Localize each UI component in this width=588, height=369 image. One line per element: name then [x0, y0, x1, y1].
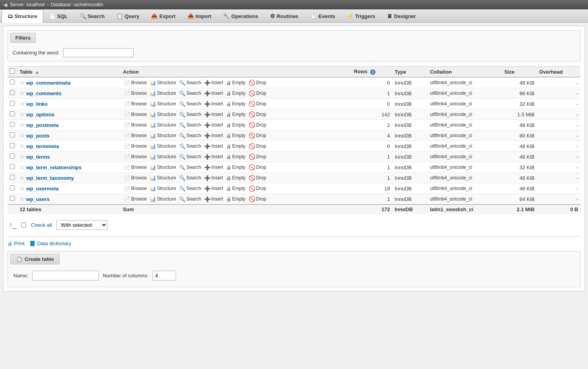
structure-link[interactable]: 📊 Structure	[149, 175, 177, 181]
table-name-link[interactable]: wp_users	[26, 196, 50, 202]
insert-link[interactable]: ➕ Insert	[203, 164, 224, 171]
search-link[interactable]: 🔍 Search	[178, 196, 202, 203]
structure-link[interactable]: 📊 Structure	[149, 122, 177, 128]
insert-link[interactable]: ➕ Insert	[203, 154, 224, 160]
drop-link[interactable]: 🚫 Drop	[247, 185, 267, 192]
back-button[interactable]: ◀	[3, 2, 7, 8]
insert-link[interactable]: ➕ Insert	[203, 132, 224, 139]
browse-link[interactable]: 📄 Browse	[123, 132, 148, 139]
table-name-link[interactable]: wp_posts	[26, 133, 50, 139]
search-link[interactable]: 🔍 Search	[178, 154, 202, 160]
table-name-link[interactable]: wp_term_relationships	[26, 165, 82, 170]
structure-link[interactable]: 📊 Structure	[149, 132, 177, 139]
check-all-label[interactable]: Check all	[31, 222, 52, 228]
drop-link[interactable]: 🚫 Drop	[247, 164, 267, 171]
row-checkbox[interactable]	[10, 122, 15, 127]
drop-link[interactable]: 🚫 Drop	[247, 143, 267, 150]
with-selected-dropdown[interactable]: With selected:	[56, 220, 107, 230]
insert-link[interactable]: ➕ Insert	[203, 80, 224, 86]
insert-link[interactable]: ➕ Insert	[203, 122, 224, 128]
row-checkbox[interactable]	[10, 111, 15, 116]
favorite-icon[interactable]: ☆	[20, 174, 25, 181]
tab-triggers[interactable]: ⚡ Triggers	[341, 9, 381, 22]
empty-link[interactable]: 🖨 Empty	[225, 101, 247, 107]
structure-link[interactable]: 📊 Structure	[149, 143, 177, 150]
search-link[interactable]: 🔍 Search	[178, 132, 202, 139]
tab-designer[interactable]: 🖥 Designer	[381, 9, 422, 22]
table-name-link[interactable]: wp_options	[26, 112, 54, 118]
browse-link[interactable]: 📄 Browse	[123, 80, 148, 86]
empty-link[interactable]: 🖨 Empty	[225, 175, 247, 181]
table-name-link[interactable]: wp_comments	[26, 90, 62, 96]
insert-link[interactable]: ➕ Insert	[203, 111, 224, 118]
browse-link[interactable]: 📄 Browse	[123, 90, 148, 97]
drop-link[interactable]: 🚫 Drop	[247, 195, 267, 203]
search-link[interactable]: 🔍 Search	[178, 143, 202, 150]
table-name-input[interactable]	[32, 271, 99, 280]
drop-link[interactable]: 🚫 Drop	[247, 121, 267, 128]
browse-link[interactable]: 📄 Browse	[123, 185, 148, 192]
drop-link[interactable]: 🚫 Drop	[247, 100, 267, 107]
table-name-link[interactable]: wp_commentmeta	[26, 80, 71, 86]
structure-link[interactable]: 📊 Structure	[149, 196, 177, 203]
table-name-link[interactable]: wp_links	[26, 101, 48, 107]
search-link[interactable]: 🔍 Search	[178, 164, 202, 171]
search-link[interactable]: 🔍 Search	[178, 90, 202, 97]
favorite-icon[interactable]: ☆	[20, 185, 25, 192]
favorite-icon[interactable]: ☆	[20, 79, 25, 86]
data-dictionary-link[interactable]: 📘 Data dictionary	[29, 241, 71, 246]
row-checkbox[interactable]	[10, 143, 15, 148]
row-checkbox[interactable]	[10, 185, 15, 190]
search-link[interactable]: 🔍 Search	[178, 175, 202, 181]
row-checkbox[interactable]	[10, 164, 15, 169]
scroll-top-icon[interactable]: ↑_	[9, 221, 16, 229]
empty-link[interactable]: 🖨 Empty	[225, 143, 247, 150]
drop-link[interactable]: 🚫 Drop	[247, 90, 267, 97]
tab-events[interactable]: 🕐 Events	[304, 9, 341, 22]
insert-link[interactable]: ➕ Insert	[203, 185, 224, 192]
insert-link[interactable]: ➕ Insert	[203, 143, 224, 150]
table-header-name[interactable]: Table ▲	[17, 67, 120, 78]
empty-link[interactable]: 🖨 Empty	[225, 111, 247, 118]
tab-operations[interactable]: 🔧 Operations	[217, 9, 264, 22]
print-link[interactable]: 🖨 Print	[7, 241, 25, 246]
table-name-link[interactable]: wp_terms	[26, 154, 50, 160]
tab-search[interactable]: 🔍 Search	[74, 9, 111, 22]
browse-link[interactable]: 📄 Browse	[123, 122, 148, 128]
favorite-icon[interactable]: ☆	[20, 100, 25, 107]
empty-link[interactable]: 🖨 Empty	[225, 154, 247, 160]
structure-link[interactable]: 📊 Structure	[149, 111, 177, 118]
favorite-icon[interactable]: ☆	[20, 153, 25, 160]
browse-link[interactable]: 📄 Browse	[123, 143, 148, 150]
empty-link[interactable]: 🖨 Empty	[225, 90, 247, 97]
favorite-icon[interactable]: ☆	[20, 164, 25, 170]
num-columns-input[interactable]	[152, 271, 176, 280]
empty-link[interactable]: 🖨 Empty	[225, 132, 247, 139]
table-name-link[interactable]: wp_term_taxonomy	[26, 175, 74, 181]
tab-routines[interactable]: ⚙ Routines	[264, 9, 305, 22]
browse-link[interactable]: 📄 Browse	[123, 175, 148, 181]
insert-link[interactable]: ➕ Insert	[203, 90, 224, 97]
select-all-checkbox[interactable]	[10, 69, 15, 74]
row-checkbox[interactable]	[10, 90, 15, 95]
empty-link[interactable]: 🖨 Empty	[225, 122, 247, 128]
structure-link[interactable]: 📊 Structure	[149, 185, 177, 192]
drop-link[interactable]: 🚫 Drop	[247, 132, 267, 139]
search-link[interactable]: 🔍 Search	[178, 185, 202, 192]
create-table-button[interactable]: 📋 Create table	[10, 254, 60, 264]
table-name-link[interactable]: wp_postmeta	[26, 122, 59, 128]
row-checkbox[interactable]	[10, 154, 15, 159]
tab-import[interactable]: 📥 Import	[181, 9, 217, 22]
favorite-icon[interactable]: ☆	[20, 195, 25, 202]
favorite-icon[interactable]: ☆	[20, 111, 25, 118]
browse-link[interactable]: 📄 Browse	[123, 196, 148, 203]
structure-link[interactable]: 📊 Structure	[149, 164, 177, 171]
row-checkbox[interactable]	[10, 132, 15, 137]
favorite-icon[interactable]: ☆	[20, 132, 25, 139]
table-name-link[interactable]: wp_usermeta	[26, 186, 59, 192]
rows-info-icon[interactable]: i	[370, 69, 376, 75]
favorite-icon[interactable]: ☆	[20, 143, 25, 149]
search-link[interactable]: 🔍 Search	[178, 111, 202, 118]
structure-link[interactable]: 📊 Structure	[149, 154, 177, 160]
browse-link[interactable]: 📄 Browse	[123, 111, 148, 118]
